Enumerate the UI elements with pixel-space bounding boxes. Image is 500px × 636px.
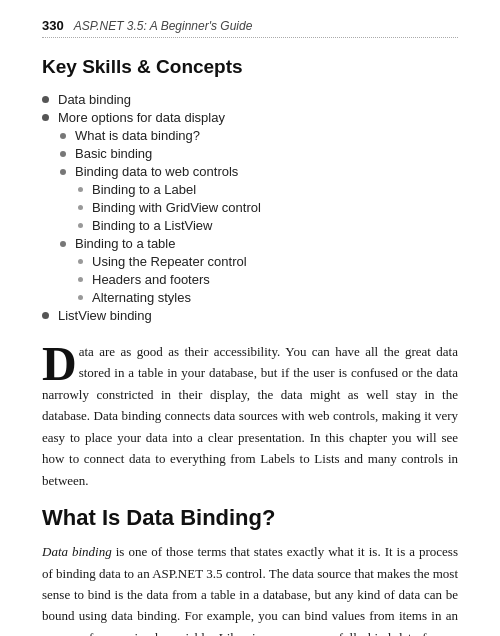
list-item: Using the Repeater control (42, 254, 458, 269)
bullet-icon (60, 133, 66, 139)
key-skills-title: Key Skills & Concepts (42, 56, 458, 78)
list-item-text: ListView binding (58, 308, 152, 323)
list-item-text: What is data binding? (75, 128, 200, 143)
list-item: Binding to a table (42, 236, 458, 251)
list-item-text: Basic binding (75, 146, 152, 161)
what-is-title: What Is Data Binding? (42, 505, 458, 531)
list-item: Binding to a Label (42, 182, 458, 197)
drop-cap: D (42, 347, 77, 382)
bullet-icon (60, 169, 66, 175)
bullet-icon (78, 259, 83, 264)
bullet-icon (60, 151, 66, 157)
list-item: Alternating styles (42, 290, 458, 305)
book-title: ASP.NET 3.5: A Beginner's Guide (74, 19, 253, 33)
list-item-text: Binding to a Label (92, 182, 196, 197)
bullet-icon (78, 187, 83, 192)
what-is-paragraph: Data binding is one of those terms that … (42, 541, 458, 636)
list-item-text: Binding to a table (75, 236, 175, 251)
intro-text: ata are as good as their accessibility. … (42, 344, 458, 488)
page: 330 ASP.NET 3.5: A Beginner's Guide Key … (0, 0, 500, 636)
bullet-icon (78, 277, 83, 282)
list-item-text: Alternating styles (92, 290, 191, 305)
bullet-icon (78, 295, 83, 300)
bullet-icon (42, 96, 49, 103)
list-item-text: More options for data display (58, 110, 225, 125)
list-item: ListView binding (42, 308, 458, 323)
list-item-text: Binding data to web controls (75, 164, 238, 179)
page-header: 330 ASP.NET 3.5: A Beginner's Guide (42, 18, 458, 38)
bullet-icon (42, 312, 49, 319)
list-item-text: Binding to a ListView (92, 218, 212, 233)
key-skills-section: Key Skills & Concepts Data binding More … (42, 56, 458, 323)
bullet-icon (60, 241, 66, 247)
page-number: 330 (42, 18, 64, 33)
list-item: Binding data to web controls (42, 164, 458, 179)
key-skills-list: Data binding More options for data displ… (42, 92, 458, 323)
intro-paragraph: Data are as good as their accessibility.… (42, 341, 458, 491)
list-item-text: Data binding (58, 92, 131, 107)
italic-term: Data binding (42, 544, 112, 559)
list-item: Binding with GridView control (42, 200, 458, 215)
list-item: Basic binding (42, 146, 458, 161)
list-item: Data binding (42, 92, 458, 107)
list-item-text: Headers and footers (92, 272, 210, 287)
bullet-icon (78, 223, 83, 228)
bullet-icon (42, 114, 49, 121)
list-item: Headers and footers (42, 272, 458, 287)
list-item: What is data binding? (42, 128, 458, 143)
list-item-text: Binding with GridView control (92, 200, 261, 215)
list-item: Binding to a ListView (42, 218, 458, 233)
bullet-icon (78, 205, 83, 210)
what-is-section: What Is Data Binding? Data binding is on… (42, 505, 458, 636)
list-item: More options for data display (42, 110, 458, 125)
list-item-text: Using the Repeater control (92, 254, 247, 269)
